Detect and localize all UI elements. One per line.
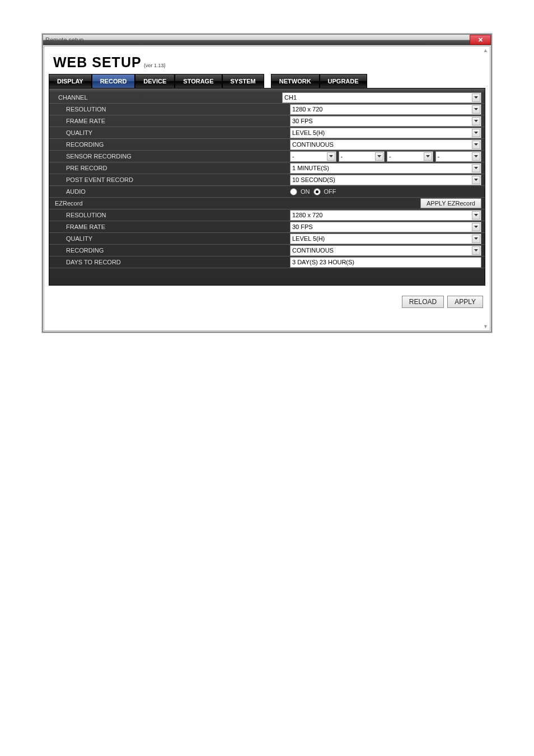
recording-select[interactable]: CONTINUOUS (290, 139, 481, 150)
label-channel: CHANNEL (49, 94, 282, 101)
version-text: (ver 1.13) (144, 63, 166, 68)
svg-marker-1 (474, 108, 478, 110)
ez-framerate-select[interactable]: 30 FPS (290, 222, 481, 232)
svg-marker-10 (474, 179, 478, 181)
sensor1-select[interactable]: - (290, 151, 336, 162)
label-ez-framerate: FRAME RATE (49, 223, 290, 230)
tab-storage[interactable]: STORAGE (175, 74, 222, 88)
chevron-down-icon (327, 152, 335, 161)
label-postevent: POST EVENT RECORD (49, 176, 290, 183)
svg-marker-0 (474, 96, 478, 99)
chevron-down-icon (472, 141, 480, 149)
chevron-down-icon (424, 152, 432, 161)
chevron-down-icon (472, 94, 480, 102)
svg-marker-9 (474, 167, 478, 169)
label-sensor: SENSOR RECORDING (49, 153, 290, 160)
page-title: WEB SETUP (53, 54, 142, 70)
tabs: DISPLAY RECORD DEVICE STORAGE SYSTEM NET… (44, 74, 490, 88)
label-recording: RECORDING (49, 141, 290, 148)
reload-button[interactable]: RELOAD (402, 296, 444, 308)
chevron-down-icon (472, 223, 480, 231)
prerecord-select[interactable]: 1 MINUTE(S) (290, 163, 481, 174)
days-value: 3 DAY(S) 23 HOUR(S) (290, 257, 481, 268)
svg-marker-5 (329, 155, 333, 157)
label-ezrecord: EZRecord (49, 200, 420, 207)
chevron-down-icon (375, 152, 383, 161)
label-framerate: FRAME RATE (49, 118, 290, 124)
sensor4-select[interactable]: - (435, 151, 482, 162)
sensor3-select[interactable]: - (387, 151, 433, 162)
svg-marker-12 (474, 226, 478, 228)
remote-setup-window: Remote setup ✕ ▲ WEB SETUP (ver 1.13) DI… (42, 34, 492, 333)
channel-select[interactable]: CH1 (282, 92, 481, 103)
svg-marker-14 (474, 249, 478, 251)
close-icon: ✕ (478, 36, 483, 44)
svg-marker-13 (474, 237, 478, 240)
chevron-down-icon (472, 129, 480, 137)
framerate-select[interactable]: 30 FPS (290, 116, 481, 127)
label-days: DAYS TO RECORD (49, 259, 290, 265)
chevron-down-icon (472, 164, 480, 172)
audio-on-label: ON (301, 188, 310, 195)
postevent-select[interactable]: 10 SECOND(S) (290, 175, 481, 185)
footer: RELOAD APPLY (44, 286, 490, 330)
chevron-down-icon (472, 105, 480, 114)
audio-off-radio[interactable] (313, 188, 321, 195)
svg-marker-8 (474, 155, 478, 157)
audio-off-label: OFF (324, 188, 336, 195)
close-button[interactable]: ✕ (470, 35, 491, 45)
tab-display[interactable]: DISPLAY (49, 74, 92, 88)
chevron-down-icon (472, 211, 480, 220)
tab-device[interactable]: DEVICE (135, 74, 175, 88)
label-prerecord: PRE RECORD (49, 165, 290, 171)
scroll-down-icon[interactable]: ▼ (483, 324, 489, 329)
svg-marker-7 (426, 155, 430, 157)
settings-panel: CHANNEL CH1 RESOLUTION 1280 x 720 (49, 88, 485, 286)
chevron-down-icon (472, 117, 480, 125)
svg-marker-11 (474, 214, 478, 216)
scroll-up-icon[interactable]: ▲ (483, 48, 489, 53)
window-title: Remote setup (43, 36, 83, 43)
label-resolution: RESOLUTION (49, 106, 290, 113)
audio-on-radio[interactable] (290, 188, 297, 195)
sensor2-select[interactable]: - (339, 151, 385, 162)
svg-marker-2 (474, 120, 478, 122)
svg-marker-3 (474, 132, 478, 134)
chevron-down-icon (472, 235, 480, 243)
svg-marker-4 (474, 143, 478, 146)
tab-system[interactable]: SYSTEM (222, 74, 264, 88)
apply-ezrecord-button[interactable]: APPLY EZRecord (420, 198, 481, 208)
apply-button[interactable]: APPLY (447, 296, 483, 308)
header: WEB SETUP (ver 1.13) (44, 46, 490, 74)
svg-marker-6 (377, 155, 381, 157)
label-quality: QUALITY (49, 129, 290, 136)
label-audio: AUDIO (49, 188, 290, 195)
tab-network[interactable]: NETWORK (271, 74, 320, 88)
tab-upgrade[interactable]: UPGRADE (320, 74, 367, 88)
ez-resolution-select[interactable]: 1280 x 720 (290, 210, 481, 221)
ez-quality-select[interactable]: LEVEL 5(H) (290, 234, 481, 244)
chevron-down-icon (472, 246, 480, 255)
label-ez-resolution: RESOLUTION (49, 212, 290, 218)
content-area: ▲ WEB SETUP (ver 1.13) DISPLAY RECORD DE… (44, 46, 490, 331)
ez-recording-select[interactable]: CONTINUOUS (290, 245, 481, 256)
chevron-down-icon (472, 152, 480, 161)
label-ez-quality: QUALITY (49, 235, 290, 242)
quality-select[interactable]: LEVEL 5(H) (290, 128, 481, 138)
tab-record[interactable]: RECORD (92, 74, 135, 88)
chevron-down-icon (472, 176, 480, 184)
resolution-select[interactable]: 1280 x 720 (290, 104, 481, 115)
label-ez-recording: RECORDING (49, 247, 290, 254)
titlebar: Remote setup ✕ (43, 35, 491, 45)
